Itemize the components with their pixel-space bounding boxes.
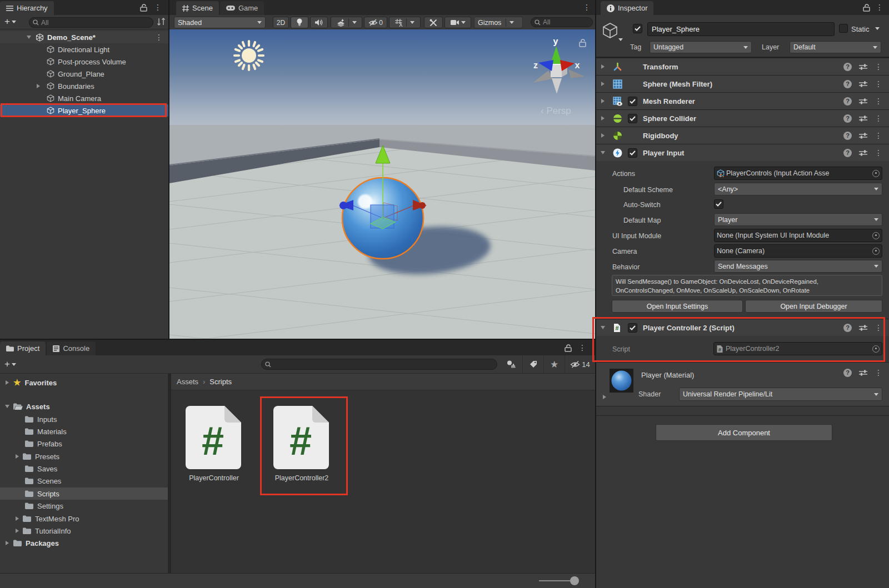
hierarchy-row[interactable]: Post-process Volume <box>0 56 168 68</box>
component-menu-icon[interactable]: ⋮ <box>875 80 882 88</box>
component-menu-icon[interactable]: ⋮ <box>875 63 882 71</box>
material-preview[interactable] <box>610 369 633 393</box>
foldout-closed-icon[interactable] <box>603 395 606 399</box>
component-menu-icon[interactable]: ⋮ <box>875 324 882 331</box>
tab-inspector[interactable]: Inspector <box>601 1 653 15</box>
open-input-debugger-button[interactable]: Open Input Debugger <box>745 300 882 313</box>
default-map-dropdown[interactable]: Player <box>714 213 882 226</box>
component-mesh-filter[interactable]: Sphere (Mesh Filter) ?⋮ <box>596 75 889 92</box>
component-rigidbody[interactable]: Rigidbody ?⋮ <box>596 127 889 144</box>
auto-switch-checkbox[interactable] <box>714 199 723 209</box>
component-checkbox[interactable] <box>628 148 637 158</box>
open-input-settings-button[interactable]: Open Input Settings <box>612 300 743 313</box>
project-tree-item[interactable]: TutorialInfo <box>0 525 168 537</box>
tab-console[interactable]: Console <box>47 341 96 355</box>
project-tree-item[interactable]: Prefabs <box>0 438 168 450</box>
presets-icon[interactable] <box>859 115 867 122</box>
gizmos-dropdown[interactable]: Gizmos <box>474 17 523 28</box>
tools-button[interactable] <box>424 17 443 28</box>
component-checkbox[interactable] <box>628 323 637 333</box>
help-icon[interactable]: ? <box>843 324 852 332</box>
component-sphere-collider[interactable]: Sphere Collider ?⋮ <box>596 109 889 127</box>
help-icon[interactable]: ? <box>843 97 852 105</box>
foldout-closed-icon[interactable] <box>6 541 9 545</box>
project-search-input[interactable] <box>261 359 497 370</box>
inspector-menu-icon[interactable]: ⋮ <box>876 3 883 11</box>
actions-object-field[interactable]: PlayerControls (Input Action Asse <box>714 167 882 180</box>
hierarchy-row-selected[interactable]: Player_Sphere <box>0 104 168 117</box>
default-scheme-dropdown[interactable]: <Any> <box>714 183 882 195</box>
object-picker-icon[interactable] <box>872 232 880 239</box>
help-icon[interactable]: ? <box>843 114 852 123</box>
inspector-lock-icon[interactable] <box>863 4 870 13</box>
shading-mode-dropdown[interactable]: Shaded <box>174 17 266 28</box>
layer-dropdown[interactable]: Default <box>790 41 881 53</box>
component-checkbox[interactable] <box>628 97 637 106</box>
presets-icon[interactable] <box>859 324 867 331</box>
project-add-button[interactable]: + <box>4 360 16 368</box>
zoom-slider-thumb[interactable] <box>570 576 579 585</box>
breadcrumb-scripts[interactable]: Scripts <box>209 378 232 386</box>
component-player-controller-2[interactable]: # Player Controller 2 (Script) ?⋮ <box>596 319 889 336</box>
presets-icon[interactable] <box>859 98 867 105</box>
foldout-closed-icon[interactable] <box>601 116 605 120</box>
scene-search-input[interactable]: All <box>531 17 593 27</box>
component-menu-icon[interactable]: ⋮ <box>875 114 882 122</box>
search-by-label-button[interactable] <box>522 355 543 373</box>
help-icon[interactable]: ? <box>843 132 852 140</box>
help-icon[interactable]: ? <box>843 80 852 88</box>
active-checkbox[interactable] <box>633 24 642 33</box>
foldout-open-icon[interactable] <box>27 36 31 39</box>
project-tree-favorites[interactable]: ★ Favorites <box>0 376 168 389</box>
foldout-closed-icon[interactable] <box>6 380 9 385</box>
hierarchy-sort-icon[interactable] <box>157 18 166 28</box>
project-tree-item-selected[interactable]: Scripts <box>0 488 168 500</box>
tab-hierarchy[interactable]: Hierarchy <box>0 1 54 15</box>
hierarchy-row[interactable]: Ground_Plane <box>0 68 168 80</box>
2d-toggle-button[interactable]: 2D <box>273 17 289 28</box>
object-picker-icon[interactable] <box>872 170 880 177</box>
project-tree-packages[interactable]: Packages <box>0 537 168 549</box>
foldout-open-icon[interactable] <box>601 151 605 154</box>
object-picker-icon[interactable] <box>872 248 880 255</box>
hierarchy-lock-icon[interactable] <box>140 4 147 13</box>
behavior-dropdown[interactable]: Send Messages <box>714 260 882 273</box>
camera-field[interactable]: None (Camera) <box>714 244 882 258</box>
component-menu-icon[interactable]: ⋮ <box>875 369 882 376</box>
scene-visibility-button[interactable]: 0 <box>364 17 387 28</box>
favorites-filter-button[interactable]: ★ <box>543 355 565 373</box>
zoom-slider-track[interactable] <box>539 580 575 581</box>
scene-menu-icon[interactable]: ⋮ <box>155 33 163 41</box>
component-menu-icon[interactable]: ⋮ <box>875 149 882 157</box>
foldout-closed-icon[interactable] <box>16 529 19 533</box>
help-icon[interactable]: ? <box>843 149 852 157</box>
foldout-closed-icon[interactable] <box>601 82 605 86</box>
foldout-closed-icon[interactable] <box>601 99 605 103</box>
presets-icon[interactable] <box>859 149 867 157</box>
component-transform[interactable]: Transform ?⋮ <box>596 58 889 75</box>
scene-menu-icon[interactable]: ⋮ <box>583 3 591 11</box>
foldout-open-icon[interactable] <box>601 326 605 329</box>
search-by-type-button[interactable] <box>500 355 522 373</box>
foldout-closed-icon[interactable] <box>601 133 605 138</box>
ui-input-module-field[interactable]: None (Input System UI Input Module <box>714 229 882 242</box>
tab-game[interactable]: Game <box>220 1 264 15</box>
help-icon[interactable]: ? <box>843 63 852 71</box>
hierarchy-row[interactable]: Boundaries <box>0 80 168 92</box>
presets-icon[interactable] <box>859 132 867 139</box>
help-icon[interactable]: ? <box>843 369 852 377</box>
project-tree-item[interactable]: Inputs <box>0 413 168 425</box>
tag-dropdown[interactable]: Untagged <box>650 41 752 53</box>
static-checkbox[interactable] <box>839 24 848 33</box>
hierarchy-row-scene[interactable]: Demo_Scene* ⋮ <box>0 31 168 43</box>
effects-dropdown-button[interactable] <box>331 17 362 28</box>
script-object-field[interactable]: # PlayerController2 <box>713 342 882 355</box>
presets-icon[interactable] <box>859 369 867 376</box>
add-component-button[interactable]: Add Component <box>656 424 832 441</box>
presets-icon[interactable] <box>859 63 867 71</box>
foldout-closed-icon[interactable] <box>16 454 19 459</box>
static-dropdown-icon[interactable] <box>875 27 880 30</box>
asset-item-playercontroller[interactable]: # PlayerController <box>184 405 243 482</box>
asset-item-playercontroller2[interactable]: # PlayerController2 <box>272 405 331 482</box>
project-tree-item[interactable]: Saves <box>0 463 168 475</box>
